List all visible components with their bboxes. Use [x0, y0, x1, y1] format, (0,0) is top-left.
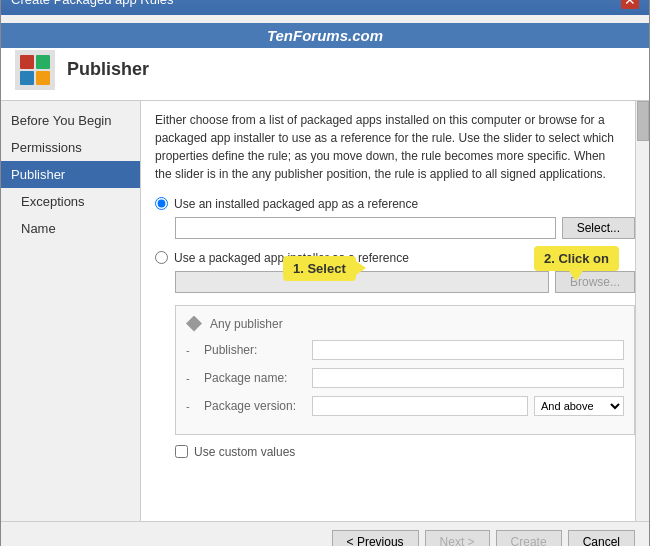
footer: < Previous Next > Create Cancel: [1, 521, 649, 547]
package-name-input[interactable]: [312, 368, 624, 388]
title-bar: Create Packaged app Rules ✕: [1, 0, 649, 15]
option-installed-row: Use an installed packaged app as a refer…: [155, 197, 635, 211]
package-name-label: Package name:: [204, 371, 304, 385]
body: Before You Begin Permissions Publisher E…: [1, 101, 649, 521]
close-button[interactable]: ✕: [621, 0, 639, 9]
next-button[interactable]: Next >: [425, 530, 490, 547]
publisher-dash: -: [186, 344, 196, 356]
any-publisher-label: Any publisher: [210, 317, 624, 331]
sidebar-item-before-you-begin[interactable]: Before You Begin: [1, 107, 140, 134]
cancel-button[interactable]: Cancel: [568, 530, 635, 547]
version-select[interactable]: And above And below Exactly: [534, 396, 624, 416]
option-installer-radio[interactable]: [155, 251, 168, 264]
sidebar-item-exceptions[interactable]: Exceptions: [1, 188, 140, 215]
sidebar-item-publisher[interactable]: Publisher: [1, 161, 140, 188]
package-name-dash: -: [186, 372, 196, 384]
properties-section: Any publisher - Publisher: - Package nam…: [175, 305, 635, 435]
description-text: Either choose from a list of packaged ap…: [155, 111, 635, 183]
installed-input-row: Select...: [175, 217, 635, 239]
main-content: Either choose from a list of packaged ap…: [141, 101, 649, 521]
option-installed-group: Use an installed packaged app as a refer…: [155, 197, 635, 239]
custom-values-label: Use custom values: [194, 445, 295, 459]
header-section: Publisher: [1, 40, 649, 101]
option-installed-label: Use an installed packaged app as a refer…: [174, 197, 418, 211]
package-name-prop-row: - Package name:: [186, 368, 624, 388]
publisher-prop-row: - Publisher:: [186, 340, 624, 360]
sidebar: Before You Begin Permissions Publisher E…: [1, 101, 141, 521]
custom-values-row: Use custom values: [175, 445, 635, 459]
package-version-dash: -: [186, 400, 196, 412]
sidebar-item-name[interactable]: Name: [1, 215, 140, 242]
page-title: Publisher: [67, 59, 149, 80]
browse-button[interactable]: Browse...: [555, 271, 635, 293]
scrollbar-track[interactable]: [635, 101, 649, 521]
select-button[interactable]: Select...: [562, 217, 635, 239]
icon-red: [20, 55, 34, 69]
publisher-label: Publisher:: [204, 343, 304, 357]
any-publisher-row: Any publisher: [186, 316, 624, 332]
publisher-slider-icon: [186, 316, 202, 332]
custom-values-checkbox[interactable]: [175, 445, 188, 458]
version-row: And above And below Exactly: [312, 396, 624, 416]
scrollbar-thumb[interactable]: [637, 101, 649, 141]
create-button[interactable]: Create: [496, 530, 562, 547]
window-title: Create Packaged app Rules: [11, 0, 174, 7]
previous-button[interactable]: < Previous: [332, 530, 419, 547]
option-installed-radio[interactable]: [155, 197, 168, 210]
package-version-prop-row: - Package version: And above And below E…: [186, 396, 624, 416]
publisher-input[interactable]: [312, 340, 624, 360]
callout-click: 2. Click on: [534, 246, 619, 271]
installed-app-input[interactable]: [175, 217, 556, 239]
installer-input-row: Browse...: [175, 271, 635, 293]
package-version-label: Package version:: [204, 399, 304, 413]
app-icon: [15, 50, 55, 90]
icon-blue: [20, 71, 34, 85]
sidebar-item-permissions[interactable]: Permissions: [1, 134, 140, 161]
icon-yellow: [36, 71, 50, 85]
main-window: Create Packaged app Rules ✕ TenForums.co…: [0, 0, 650, 546]
callout-select: 1. Select: [283, 256, 356, 281]
icon-green: [36, 55, 50, 69]
package-version-input[interactable]: [312, 396, 528, 416]
